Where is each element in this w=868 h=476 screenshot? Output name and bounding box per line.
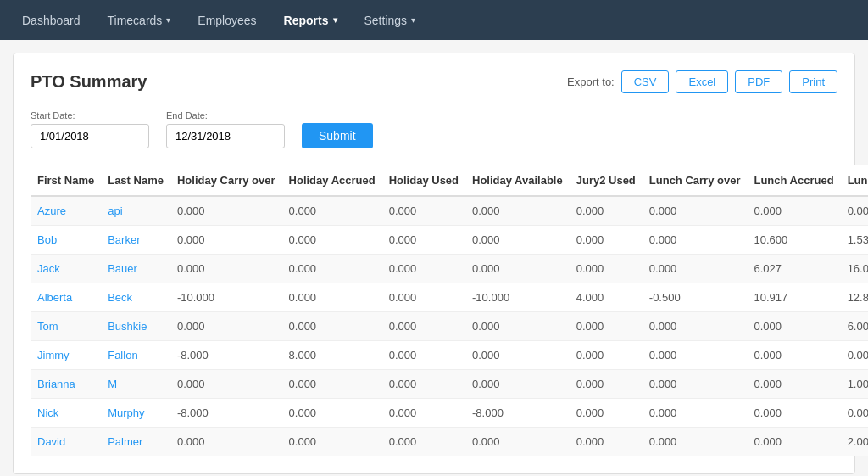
cell-value: 0.000 [643, 399, 748, 428]
cell-value: 10.917 [747, 283, 840, 312]
cell-value: 0.000 [282, 196, 382, 226]
end-date-group: End Date: [166, 110, 285, 148]
cell-first-name[interactable]: Brianna [31, 370, 101, 399]
export-csv-button[interactable]: CSV [621, 70, 670, 93]
cell-value: 0.000 [747, 370, 840, 399]
cell-value: 0.000 [282, 428, 382, 456]
cell-first-name[interactable]: Tom [31, 312, 101, 341]
cell-value: 0.000 [282, 399, 382, 428]
cell-value: -0.500 [643, 283, 748, 312]
nav-employees-label: Employees [198, 14, 256, 27]
export-pdf-button[interactable]: PDF [735, 70, 782, 93]
cell-value: 0.000 [643, 196, 748, 226]
cell-value: 0.000 [382, 226, 465, 255]
cell-first-name[interactable]: David [31, 428, 101, 456]
cell-last-name[interactable]: Palmer [101, 428, 170, 456]
main-nav: Dashboard Timecards ▾ Employees Reports … [0, 0, 868, 40]
nav-reports-label: Reports [284, 14, 329, 27]
cell-last-name[interactable]: Beck [101, 283, 170, 312]
cell-value: 4.000 [570, 283, 643, 312]
end-date-input[interactable] [166, 124, 285, 148]
cell-value: 0.000 [570, 312, 643, 341]
settings-chevron-icon: ▾ [411, 15, 415, 25]
cell-value: 0.000 [382, 312, 465, 341]
cell-value: 0.000 [170, 255, 282, 283]
cell-value: 2.000 [841, 428, 868, 456]
nav-reports[interactable]: Reports ▾ [270, 0, 351, 40]
cell-value: 0.000 [465, 341, 570, 370]
col-holiday-available: Holiday Available [465, 165, 570, 196]
cell-value: 0.000 [465, 226, 570, 255]
cell-value: 0.000 [643, 341, 748, 370]
cell-value: 0.000 [643, 428, 748, 456]
cell-value: 0.000 [747, 312, 840, 341]
cell-value: 0.000 [382, 341, 465, 370]
main-content: PTO Summary Export to: CSV Excel PDF Pri… [13, 53, 855, 474]
cell-value: 0.000 [841, 196, 868, 226]
cell-last-name[interactable]: Murphy [101, 399, 170, 428]
cell-value: -8.000 [170, 399, 282, 428]
cell-value: 0.000 [570, 196, 643, 226]
col-lunch-used: Lunch Used [841, 165, 868, 196]
cell-value: 0.000 [570, 428, 643, 456]
cell-value: 0.000 [170, 226, 282, 255]
col-jury2-used: Jury2 Used [570, 165, 643, 196]
cell-last-name[interactable]: Fallon [101, 341, 170, 370]
submit-button[interactable]: Submit [302, 123, 373, 148]
cell-value: 1.534 [841, 226, 868, 255]
cell-value: 0.000 [382, 196, 465, 226]
nav-timecards-label: Timecards [108, 14, 163, 27]
cell-first-name[interactable]: Azure [31, 196, 101, 226]
cell-first-name[interactable]: Jimmy [31, 341, 101, 370]
cell-last-name[interactable]: api [101, 196, 170, 226]
table-row: TomBushkie0.0000.0000.0000.0000.0000.000… [31, 312, 868, 341]
cell-value: 0.000 [643, 312, 748, 341]
cell-first-name[interactable]: Alberta [31, 283, 101, 312]
table-row: JimmyFallon-8.0008.0000.0000.0000.0000.0… [31, 341, 868, 370]
cell-value: 0.000 [570, 255, 643, 283]
end-date-label: End Date: [166, 110, 285, 120]
cell-value: 0.000 [570, 399, 643, 428]
cell-value: 0.000 [465, 196, 570, 226]
cell-last-name[interactable]: Bauer [101, 255, 170, 283]
table-header-row: First Name Last Name Holiday Carry over … [31, 165, 868, 196]
export-excel-button[interactable]: Excel [676, 70, 728, 93]
cell-value: 0.000 [643, 255, 748, 283]
nav-employees[interactable]: Employees [184, 0, 270, 40]
cell-last-name[interactable]: Barker [101, 226, 170, 255]
cell-value: 0.000 [643, 370, 748, 399]
nav-dashboard[interactable]: Dashboard [8, 0, 94, 40]
export-area: Export to: CSV Excel PDF Print [567, 70, 837, 93]
table-row: DavidPalmer0.0000.0000.0000.0000.0000.00… [31, 428, 868, 456]
export-print-button[interactable]: Print [789, 70, 837, 93]
col-holiday-accrued: Holiday Accrued [282, 165, 382, 196]
cell-value: 0.000 [465, 428, 570, 456]
start-date-group: Start Date: [31, 110, 149, 148]
cell-value: 8.000 [282, 341, 382, 370]
cell-first-name[interactable]: Bob [31, 226, 101, 255]
cell-value: 0.000 [747, 428, 840, 456]
cell-first-name[interactable]: Nick [31, 399, 101, 428]
cell-value: 0.000 [465, 370, 570, 399]
cell-value: 0.000 [570, 370, 643, 399]
table-row: JackBauer0.0000.0000.0000.0000.0000.0006… [31, 255, 868, 283]
table-row: BriannaM0.0000.0000.0000.0000.0000.0000.… [31, 370, 868, 399]
cell-value: 0.000 [382, 255, 465, 283]
cell-last-name[interactable]: Bushkie [101, 312, 170, 341]
cell-value: 0.000 [170, 428, 282, 456]
cell-first-name[interactable]: Jack [31, 255, 101, 283]
col-holiday-carry-over: Holiday Carry over [170, 165, 282, 196]
cell-value: -10.000 [170, 283, 282, 312]
cell-value: 0.000 [747, 399, 840, 428]
cell-last-name[interactable]: M [101, 370, 170, 399]
nav-settings[interactable]: Settings ▾ [351, 0, 430, 40]
start-date-input[interactable] [31, 124, 149, 148]
col-last-name: Last Name [101, 165, 170, 196]
cell-value: 0.000 [282, 283, 382, 312]
nav-timecards[interactable]: Timecards ▾ [94, 0, 185, 40]
timecards-chevron-icon: ▾ [166, 15, 170, 25]
cell-value: 0.000 [643, 226, 748, 255]
header-row: PTO Summary Export to: CSV Excel PDF Pri… [31, 70, 837, 93]
cell-value: 0.000 [170, 370, 282, 399]
cell-value: 0.000 [465, 312, 570, 341]
